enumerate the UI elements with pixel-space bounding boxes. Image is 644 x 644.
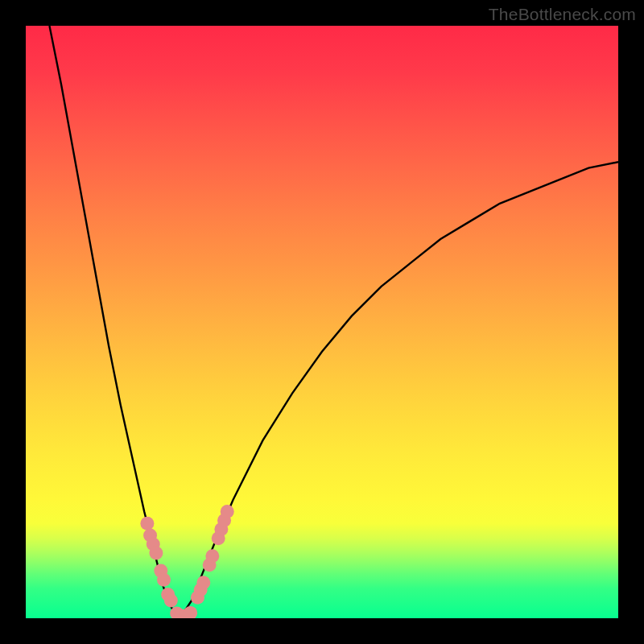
data-marker xyxy=(157,573,171,587)
data-marker xyxy=(140,517,154,530)
data-marker xyxy=(196,576,210,589)
plot-area xyxy=(26,26,618,618)
data-marker xyxy=(164,593,178,607)
data-marker xyxy=(205,549,219,563)
curve-right-path xyxy=(180,162,618,618)
marker-layer xyxy=(140,505,233,618)
watermark-text: TheBottleneck.com xyxy=(489,5,636,24)
chart-frame: TheBottleneck.com xyxy=(0,0,644,644)
chart-svg xyxy=(26,26,618,618)
bottleneck-curve xyxy=(49,26,618,618)
curve-left-path xyxy=(49,26,180,618)
data-marker xyxy=(149,547,163,560)
data-marker xyxy=(221,505,234,518)
